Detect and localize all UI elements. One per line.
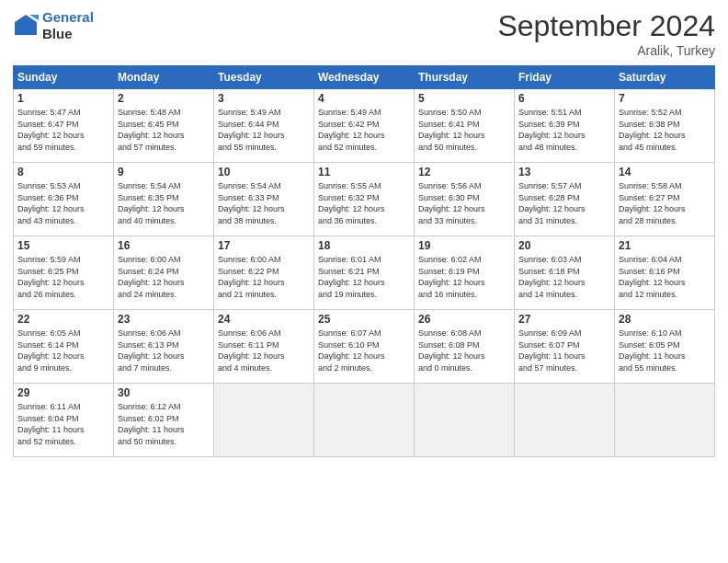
table-row: 2Sunrise: 5:48 AM Sunset: 6:45 PM Daylig…: [114, 89, 214, 163]
day-info: Sunrise: 5:52 AM Sunset: 6:38 PM Dayligh…: [619, 107, 711, 153]
day-info: Sunrise: 6:11 AM Sunset: 6:04 PM Dayligh…: [17, 401, 109, 447]
day-number: 25: [318, 313, 410, 326]
calendar-week-row: 8Sunrise: 5:53 AM Sunset: 6:36 PM Daylig…: [14, 163, 715, 236]
table-row: 15Sunrise: 5:59 AM Sunset: 6:25 PM Dayli…: [14, 236, 114, 310]
day-info: Sunrise: 6:03 AM Sunset: 6:18 PM Dayligh…: [518, 254, 610, 300]
table-row: 21Sunrise: 6:04 AM Sunset: 6:16 PM Dayli…: [615, 236, 715, 310]
day-number: 7: [619, 92, 711, 105]
day-info: Sunrise: 6:09 AM Sunset: 6:07 PM Dayligh…: [518, 327, 610, 373]
logo: General Blue: [13, 9, 94, 42]
table-row: 22Sunrise: 6:05 AM Sunset: 6:14 PM Dayli…: [14, 310, 114, 384]
weekday-header-row: Sunday Monday Tuesday Wednesday Thursday…: [14, 66, 715, 89]
day-number: 11: [318, 166, 410, 178]
table-row: 12Sunrise: 5:56 AM Sunset: 6:30 PM Dayli…: [415, 163, 515, 236]
header-wednesday: Wednesday: [314, 66, 415, 89]
day-info: Sunrise: 5:51 AM Sunset: 6:39 PM Dayligh…: [518, 107, 610, 153]
day-info: Sunrise: 5:55 AM Sunset: 6:32 PM Dayligh…: [318, 180, 410, 226]
location: Aralik, Turkey: [497, 43, 715, 58]
table-row: [515, 384, 615, 457]
table-row: 11Sunrise: 5:55 AM Sunset: 6:32 PM Dayli…: [314, 163, 415, 236]
day-number: 30: [118, 386, 210, 399]
table-row: 24Sunrise: 6:06 AM Sunset: 6:11 PM Dayli…: [214, 310, 314, 384]
header-monday: Monday: [114, 66, 214, 89]
calendar-week-row: 15Sunrise: 5:59 AM Sunset: 6:25 PM Dayli…: [14, 236, 715, 310]
day-info: Sunrise: 6:07 AM Sunset: 6:10 PM Dayligh…: [318, 327, 410, 373]
title-block: September 2024 Aralik, Turkey: [497, 9, 715, 58]
day-number: 8: [17, 166, 109, 178]
table-row: 3Sunrise: 5:49 AM Sunset: 6:44 PM Daylig…: [214, 89, 314, 163]
table-row: 7Sunrise: 5:52 AM Sunset: 6:38 PM Daylig…: [615, 89, 715, 163]
day-number: 12: [418, 166, 510, 178]
day-number: 6: [518, 92, 610, 105]
header-friday: Friday: [515, 66, 615, 89]
table-row: 16Sunrise: 6:00 AM Sunset: 6:24 PM Dayli…: [114, 236, 214, 310]
table-row: 17Sunrise: 6:00 AM Sunset: 6:22 PM Dayli…: [214, 236, 314, 310]
day-info: Sunrise: 5:53 AM Sunset: 6:36 PM Dayligh…: [17, 180, 109, 226]
day-number: 28: [619, 313, 711, 326]
header-saturday: Saturday: [615, 66, 715, 89]
header: General Blue September 2024 Aralik, Turk…: [13, 9, 715, 58]
day-info: Sunrise: 5:54 AM Sunset: 6:35 PM Dayligh…: [118, 180, 210, 226]
table-row: 18Sunrise: 6:01 AM Sunset: 6:21 PM Dayli…: [314, 236, 415, 310]
day-info: Sunrise: 5:54 AM Sunset: 6:33 PM Dayligh…: [218, 180, 310, 226]
table-row: 4Sunrise: 5:49 AM Sunset: 6:42 PM Daylig…: [314, 89, 415, 163]
table-row: 25Sunrise: 6:07 AM Sunset: 6:10 PM Dayli…: [314, 310, 415, 384]
table-row: 27Sunrise: 6:09 AM Sunset: 6:07 PM Dayli…: [515, 310, 615, 384]
calendar-week-row: 1Sunrise: 5:47 AM Sunset: 6:47 PM Daylig…: [14, 89, 715, 163]
header-sunday: Sunday: [14, 66, 114, 89]
day-number: 18: [318, 239, 410, 252]
day-number: 5: [418, 92, 510, 105]
day-info: Sunrise: 6:10 AM Sunset: 6:05 PM Dayligh…: [619, 327, 711, 373]
day-info: Sunrise: 6:08 AM Sunset: 6:08 PM Dayligh…: [418, 327, 510, 373]
table-row: [415, 384, 515, 457]
table-row: [314, 384, 415, 457]
day-number: 4: [318, 92, 410, 105]
day-number: 9: [118, 166, 210, 178]
table-row: 23Sunrise: 6:06 AM Sunset: 6:13 PM Dayli…: [114, 310, 214, 384]
logo-icon: [13, 13, 39, 39]
calendar-week-row: 29Sunrise: 6:11 AM Sunset: 6:04 PM Dayli…: [14, 384, 715, 457]
header-tuesday: Tuesday: [214, 66, 314, 89]
day-info: Sunrise: 6:06 AM Sunset: 6:11 PM Dayligh…: [218, 327, 310, 373]
day-info: Sunrise: 6:00 AM Sunset: 6:22 PM Dayligh…: [218, 254, 310, 300]
day-info: Sunrise: 6:05 AM Sunset: 6:14 PM Dayligh…: [17, 327, 109, 373]
table-row: 19Sunrise: 6:02 AM Sunset: 6:19 PM Dayli…: [415, 236, 515, 310]
day-info: Sunrise: 6:02 AM Sunset: 6:19 PM Dayligh…: [418, 254, 510, 300]
table-row: [615, 384, 715, 457]
table-row: 13Sunrise: 5:57 AM Sunset: 6:28 PM Dayli…: [515, 163, 615, 236]
day-number: 20: [518, 239, 610, 252]
day-info: Sunrise: 5:50 AM Sunset: 6:41 PM Dayligh…: [418, 107, 510, 153]
day-number: 2: [118, 92, 210, 105]
table-row: 26Sunrise: 6:08 AM Sunset: 6:08 PM Dayli…: [415, 310, 515, 384]
day-number: 29: [17, 386, 109, 399]
day-info: Sunrise: 5:57 AM Sunset: 6:28 PM Dayligh…: [518, 180, 610, 226]
table-row: 9Sunrise: 5:54 AM Sunset: 6:35 PM Daylig…: [114, 163, 214, 236]
day-info: Sunrise: 5:59 AM Sunset: 6:25 PM Dayligh…: [17, 254, 109, 300]
day-number: 27: [518, 313, 610, 326]
day-info: Sunrise: 5:49 AM Sunset: 6:42 PM Dayligh…: [318, 107, 410, 153]
table-row: 28Sunrise: 6:10 AM Sunset: 6:05 PM Dayli…: [615, 310, 715, 384]
logo-text: General Blue: [42, 9, 94, 42]
table-row: 30Sunrise: 6:12 AM Sunset: 6:02 PM Dayli…: [114, 384, 214, 457]
calendar-table: Sunday Monday Tuesday Wednesday Thursday…: [13, 65, 715, 457]
day-info: Sunrise: 6:00 AM Sunset: 6:24 PM Dayligh…: [118, 254, 210, 300]
day-number: 21: [619, 239, 711, 252]
day-number: 10: [218, 166, 310, 178]
day-info: Sunrise: 6:06 AM Sunset: 6:13 PM Dayligh…: [118, 327, 210, 373]
day-number: 26: [418, 313, 510, 326]
table-row: [214, 384, 314, 457]
table-row: 14Sunrise: 5:58 AM Sunset: 6:27 PM Dayli…: [615, 163, 715, 236]
day-info: Sunrise: 5:49 AM Sunset: 6:44 PM Dayligh…: [218, 107, 310, 153]
table-row: 1Sunrise: 5:47 AM Sunset: 6:47 PM Daylig…: [14, 89, 114, 163]
day-number: 15: [17, 239, 109, 252]
day-info: Sunrise: 5:56 AM Sunset: 6:30 PM Dayligh…: [418, 180, 510, 226]
day-info: Sunrise: 5:47 AM Sunset: 6:47 PM Dayligh…: [17, 107, 109, 153]
day-info: Sunrise: 6:04 AM Sunset: 6:16 PM Dayligh…: [619, 254, 711, 300]
calendar-container: General Blue September 2024 Aralik, Turk…: [0, 0, 728, 466]
table-row: 8Sunrise: 5:53 AM Sunset: 6:36 PM Daylig…: [14, 163, 114, 236]
day-number: 16: [118, 239, 210, 252]
svg-marker-0: [15, 15, 37, 35]
day-number: 24: [218, 313, 310, 326]
day-number: 17: [218, 239, 310, 252]
table-row: 29Sunrise: 6:11 AM Sunset: 6:04 PM Dayli…: [14, 384, 114, 457]
